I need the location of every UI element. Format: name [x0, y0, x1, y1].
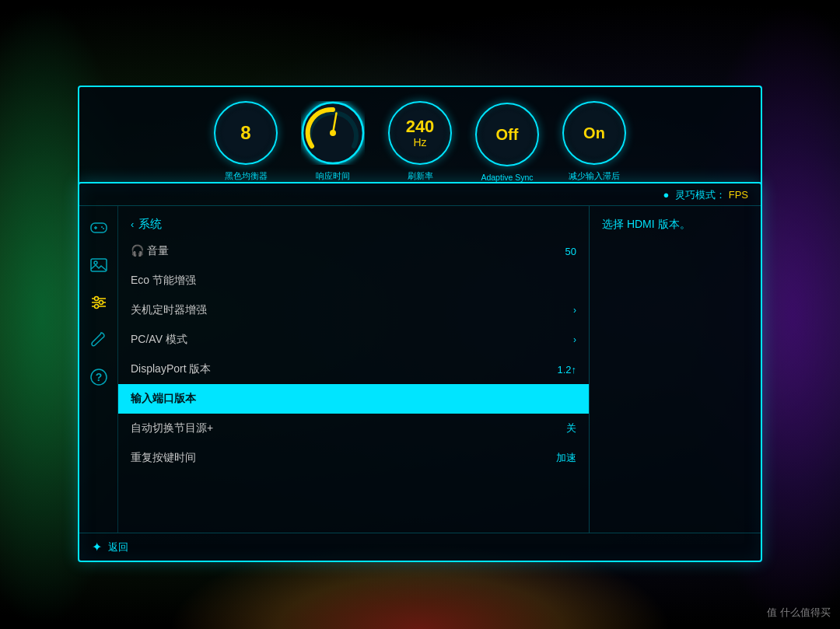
menu-title: 系统: [138, 217, 162, 232]
menu-item-pcav-arrow: ›: [573, 334, 576, 345]
menu-item-volume-label: 🎧 音量: [131, 244, 169, 258]
gauge-circle-black-eq: 8: [214, 101, 278, 165]
monitor-osd-ui: 8 黑色均衡器 响应时间 240: [78, 86, 762, 560]
menu-item-auto-switch[interactable]: 自动切换节目源+ 关: [118, 414, 589, 443]
gauge-value-lag: On: [583, 124, 605, 142]
menu-item-repeat-key[interactable]: 重复按键时间 加速: [118, 443, 589, 473]
gauge-label-response: 响应时间: [316, 171, 350, 182]
gauge-panel: 8 黑色均衡器 响应时间 240: [78, 86, 762, 190]
menu-item-volume-value: 50: [565, 246, 576, 257]
menu-back-arrow[interactable]: ‹: [131, 218, 134, 230]
menu-item-displayport[interactable]: DisplayPort 版本 1.2↑: [118, 355, 589, 384]
svg-rect-3: [91, 223, 107, 232]
gauge-response-time: 响应时间: [301, 101, 365, 182]
svg-point-9: [94, 261, 97, 264]
help-panel: 选择 HDMI 版本。: [590, 206, 761, 533]
menu-item-repeatkey-value: 加速: [556, 451, 576, 465]
gauge-unit-refresh: Hz: [413, 136, 426, 149]
help-text: 选择 HDMI 版本。: [602, 218, 691, 230]
gauge-refresh-rate: 240 Hz 刷新率: [388, 101, 452, 182]
bottom-icon: ✦: [92, 540, 102, 554]
svg-point-6: [101, 226, 103, 228]
menu-header: ‹ 系统: [118, 212, 589, 236]
main-osd-panel: ● 灵巧模式： FPS: [78, 182, 762, 562]
gauge-value-adaptive: Off: [496, 126, 519, 144]
menu-item-inputport-label: 输入端口版本: [131, 392, 196, 406]
menu-item-input-port[interactable]: 输入端口版本: [118, 384, 589, 414]
menu-item-autoswitch-label: 自动切换节目源+: [131, 421, 213, 435]
mode-indicator-bar: ● 灵巧模式： FPS: [79, 183, 761, 206]
sidebar-icon-settings[interactable]: [86, 290, 111, 315]
svg-point-14: [99, 301, 103, 305]
gauge-value-refresh: 240: [406, 117, 435, 136]
mode-dot: ●: [663, 189, 670, 201]
menu-item-eco-label: Eco 节能增强: [131, 274, 196, 288]
menu-item-shutdown-label: 关机定时器增强: [131, 303, 207, 317]
menu-item-volume[interactable]: 🎧 音量 50: [118, 236, 589, 266]
gauge-value-black-eq: 8: [240, 122, 250, 144]
menu-item-repeatkey-label: 重复按键时间: [131, 451, 196, 465]
gauge-black-equalizer: 8 黑色均衡器: [214, 101, 278, 182]
svg-point-7: [103, 228, 104, 229]
gauge-label-black-eq: 黑色均衡器: [225, 171, 268, 182]
svg-point-13: [94, 297, 98, 301]
gauge-label-adaptive: Adaptive Sync: [481, 173, 533, 182]
menu-item-pcav[interactable]: PC/AV 模式 ›: [118, 325, 589, 355]
bottom-return-label: 返回: [108, 540, 128, 554]
panel-content: ? ‹ 系统 🎧 音量 50 Eco 节能增强: [79, 206, 761, 533]
svg-rect-8: [91, 259, 107, 271]
mode-value: FPS: [729, 189, 748, 201]
sidebar: ?: [79, 206, 118, 533]
gauge-reduce-lag: On 减少输入滞后: [562, 101, 626, 182]
gauge-circle-lag: On: [562, 101, 626, 165]
bottom-bar: ✦ 返回: [79, 533, 761, 561]
gauge-label-lag: 减少输入滞后: [569, 171, 620, 182]
menu-item-eco[interactable]: Eco 节能增强: [118, 266, 589, 295]
sidebar-icon-image[interactable]: [86, 253, 111, 278]
menu-item-displayport-value: 1.2↑: [557, 364, 576, 376]
gauge-circle-adaptive: Off: [475, 103, 539, 166]
menu-item-pcav-label: PC/AV 模式: [131, 333, 187, 347]
gauge-label-refresh: 刷新率: [408, 171, 433, 182]
watermark: 值 什么值得买: [767, 606, 831, 620]
menu-item-shutdown-arrow: ›: [573, 305, 576, 316]
menu-item-shutdown-timer[interactable]: 关机定时器增强 ›: [118, 295, 589, 325]
sidebar-icon-gamepad[interactable]: [86, 215, 111, 240]
gauge-circle-refresh: 240 Hz: [388, 101, 452, 165]
mode-label: 灵巧模式：: [675, 189, 726, 201]
speedometer-svg: [301, 101, 365, 165]
svg-text:?: ?: [95, 371, 102, 383]
menu-item-autoswitch-value: 关: [566, 421, 576, 435]
gauge-adaptive-sync: Off Adaptive Sync: [475, 103, 539, 182]
sidebar-icon-help[interactable]: ?: [86, 365, 111, 390]
menu-item-displayport-label: DisplayPort 版本: [131, 362, 211, 376]
svg-point-2: [330, 130, 336, 136]
watermark-text: 值 什么值得买: [767, 606, 831, 618]
svg-point-15: [94, 305, 98, 309]
sidebar-icon-wrench[interactable]: [86, 327, 111, 352]
menu-area: ‹ 系统 🎧 音量 50 Eco 节能增强 关机定时器增强 › PC/A: [118, 206, 590, 533]
